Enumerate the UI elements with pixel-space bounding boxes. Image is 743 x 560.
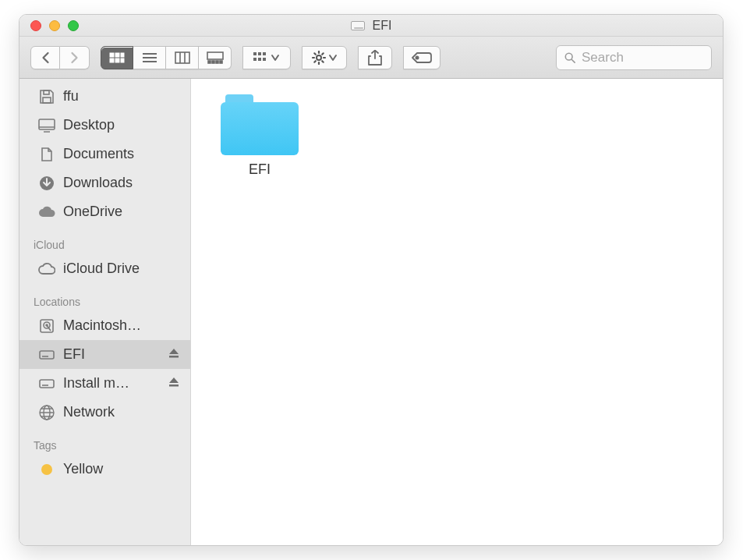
sidebar-item-label: iCloud Drive	[63, 261, 140, 277]
drive-icon	[38, 376, 55, 392]
finder-window: EFI	[19, 14, 724, 546]
cloud-icon	[38, 204, 55, 220]
svg-rect-47	[169, 356, 179, 358]
arrange-button[interactable]	[242, 46, 291, 69]
folder-item-efi[interactable]: EFI	[213, 94, 306, 178]
floppy-icon	[38, 89, 55, 105]
svg-rect-37	[39, 119, 55, 129]
icon-view-button[interactable]	[101, 46, 133, 69]
svg-rect-12	[207, 52, 223, 59]
nav-buttons	[30, 46, 90, 69]
eject-icon[interactable]	[168, 375, 179, 392]
svg-rect-45	[40, 351, 54, 359]
svg-line-30	[322, 53, 324, 55]
svg-rect-18	[258, 52, 261, 55]
tags-button-group	[403, 46, 440, 69]
action-button-group	[302, 46, 347, 69]
back-button[interactable]	[30, 46, 60, 69]
sidebar-item-icloud-drive[interactable]: iCloud Drive	[19, 254, 190, 283]
sidebar-item-documents[interactable]: Documents	[19, 140, 190, 168]
sidebar-item-label: EFI	[63, 346, 85, 363]
sidebar-item-label: Documents	[63, 146, 134, 162]
svg-rect-36	[43, 97, 51, 103]
svg-rect-22	[263, 58, 266, 61]
folder-label: EFI	[249, 161, 271, 178]
folder-icon	[221, 94, 299, 155]
sidebar-item-ffu[interactable]: ffu	[19, 82, 190, 111]
tag-dot-icon	[38, 462, 55, 477]
svg-rect-0	[110, 53, 114, 57]
sidebar-item-tag-yellow[interactable]: Yellow	[19, 455, 190, 484]
volume-icon	[351, 21, 365, 30]
svg-point-23	[317, 55, 321, 60]
sidebar-item-label: Macintosh…	[63, 317, 141, 334]
sidebar-item-downloads[interactable]: Downloads	[19, 168, 190, 197]
sidebar-item-network[interactable]: Network	[19, 398, 190, 427]
traffic-lights	[30, 15, 79, 36]
sidebar: ffu Desktop Documents	[19, 79, 191, 545]
svg-rect-15	[216, 61, 218, 63]
share-button-group	[358, 46, 392, 69]
documents-icon	[38, 147, 55, 162]
sidebar-item-desktop[interactable]: Desktop	[19, 111, 190, 140]
column-view-button[interactable]	[166, 46, 199, 69]
svg-rect-4	[115, 58, 119, 62]
svg-rect-9	[175, 52, 189, 63]
svg-rect-14	[212, 61, 214, 63]
view-mode-buttons	[101, 46, 232, 69]
arrange-button-group	[242, 46, 291, 69]
search-icon	[564, 51, 575, 64]
svg-rect-5	[121, 58, 124, 62]
svg-line-28	[314, 53, 316, 55]
sidebar-item-label: Network	[63, 404, 115, 420]
svg-rect-3	[110, 58, 114, 62]
svg-rect-1	[115, 53, 119, 57]
svg-rect-2	[121, 53, 124, 57]
svg-rect-48	[40, 380, 54, 388]
svg-line-31	[314, 61, 316, 62]
svg-rect-13	[208, 61, 211, 63]
sidebar-heading-tags: Tags	[19, 427, 190, 455]
sidebar-item-label: Install m…	[63, 375, 129, 392]
share-button[interactable]	[358, 46, 392, 69]
hdd-icon	[38, 318, 55, 334]
zoom-button[interactable]	[68, 20, 79, 31]
titlebar: EFI	[19, 15, 723, 37]
downloads-icon	[38, 175, 55, 191]
svg-line-34	[571, 59, 575, 62]
minimize-button[interactable]	[49, 20, 60, 31]
toolbar	[19, 37, 723, 79]
sidebar-heading-icloud: iCloud	[19, 226, 190, 254]
tags-button[interactable]	[403, 46, 440, 69]
svg-rect-16	[220, 61, 222, 63]
search-field[interactable]	[556, 45, 712, 70]
svg-point-32	[416, 56, 418, 58]
forward-button[interactable]	[60, 46, 90, 69]
eject-icon[interactable]	[168, 346, 179, 363]
svg-rect-35	[44, 90, 49, 94]
cloud-outline-icon	[38, 261, 55, 277]
sidebar-item-install-m[interactable]: Install m…	[19, 369, 190, 398]
window-title: EFI	[373, 19, 392, 33]
action-button[interactable]	[302, 46, 347, 69]
gallery-view-button[interactable]	[199, 46, 232, 69]
svg-rect-17	[253, 52, 257, 55]
sidebar-item-label: ffu	[63, 88, 79, 105]
sidebar-item-onedrive[interactable]: OneDrive	[19, 197, 190, 226]
svg-rect-21	[258, 58, 261, 61]
list-view-button[interactable]	[133, 46, 166, 69]
svg-rect-19	[263, 52, 266, 55]
desktop-icon	[38, 118, 55, 133]
drive-icon	[38, 347, 55, 363]
svg-rect-20	[253, 58, 257, 61]
content-area[interactable]: EFI	[191, 79, 723, 545]
sidebar-item-efi[interactable]: EFI	[19, 340, 190, 369]
sidebar-heading-locations: Locations	[19, 283, 190, 311]
sidebar-item-label: Downloads	[63, 175, 133, 191]
sidebar-item-macintosh-hd[interactable]: Macintosh…	[19, 311, 190, 340]
svg-rect-50	[169, 385, 179, 387]
sidebar-item-label: Desktop	[63, 117, 115, 133]
close-button[interactable]	[30, 20, 41, 31]
search-input[interactable]	[582, 46, 703, 69]
sidebar-item-label: OneDrive	[63, 204, 122, 220]
